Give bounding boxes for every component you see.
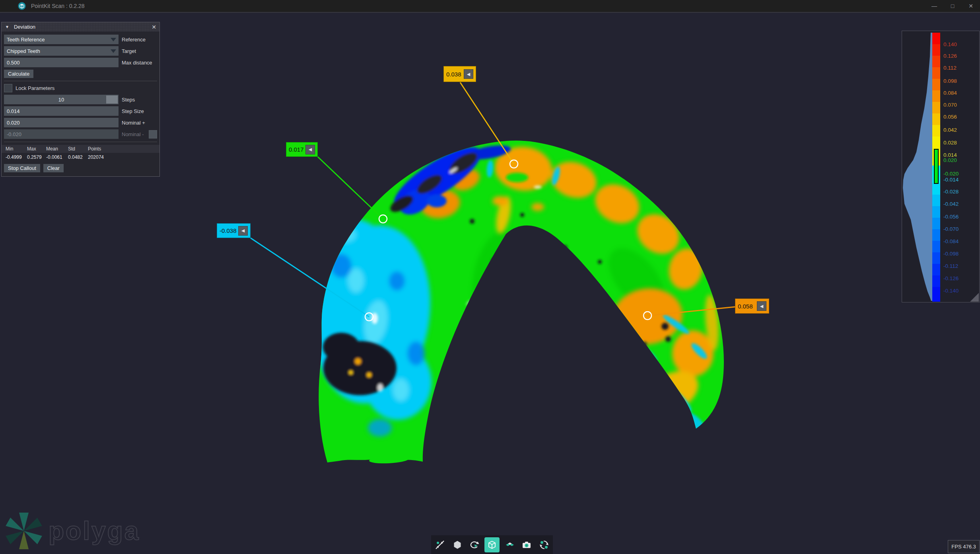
- stats-value-mean: -0.0061: [46, 154, 68, 160]
- stats-header-mean: Mean: [46, 146, 68, 152]
- colorbar-segment: [932, 229, 940, 241]
- colorbar-segment: [932, 56, 940, 67]
- colorbar-label: -0.070: [943, 226, 959, 232]
- stats-header-std: Std: [68, 146, 88, 152]
- pick-disabled-button[interactable]: [432, 537, 447, 552]
- resize-handle[interactable]: [970, 293, 979, 302]
- stats-header-min: Min: [6, 146, 27, 152]
- titlebar: PointKit Scan : 0.2.28 — □ ✕: [0, 0, 980, 13]
- polyga-watermark: polyga: [6, 510, 140, 552]
- reference-value: Teeth Reference: [7, 37, 45, 43]
- lock-parameters-checkbox[interactable]: [4, 84, 12, 92]
- orbit-rotate-button[interactable]: [467, 537, 482, 552]
- flat-view-button[interactable]: [502, 537, 517, 552]
- callout-collapse-button[interactable]: ◀: [238, 226, 248, 236]
- calculate-button[interactable]: Calculate: [4, 70, 33, 78]
- nominal-minus-label: Nominal -: [122, 131, 144, 137]
- colorbar-label: 0.140: [943, 41, 957, 47]
- deviation-panel-header[interactable]: ▼ Deviation ✕: [2, 22, 159, 31]
- colorbar-label: -0.126: [943, 275, 959, 281]
- hexagon-mesh-button[interactable]: [450, 537, 465, 552]
- slider-handle[interactable]: [106, 96, 118, 103]
- colorbar-segment: [932, 67, 940, 79]
- pick-disabled-icon: [435, 540, 445, 550]
- colorbar-label: -0.020: [943, 171, 959, 177]
- target-dropdown[interactable]: Chipped Teeth: [4, 46, 119, 56]
- colorbar-segment: [932, 264, 940, 275]
- deviation-panel: ▼ Deviation ✕ Teeth Reference Reference …: [1, 22, 160, 177]
- colorbar-label: -0.140: [943, 288, 959, 294]
- nominal-minus-checkbox[interactable]: [149, 130, 157, 138]
- reference-dropdown[interactable]: Teeth Reference: [4, 35, 119, 44]
- nominal-plus-label: Nominal +: [122, 120, 145, 126]
- colorbar-segment: [932, 183, 940, 195]
- steps-slider[interactable]: 10: [4, 95, 119, 104]
- nominal-minus-input: -0.020: [4, 129, 119, 139]
- colorbar-segment: [932, 195, 940, 206]
- screenshot-button[interactable]: [519, 537, 534, 552]
- view-toolbar: [431, 535, 553, 554]
- lock-parameters-label: Lock Parameters: [16, 85, 54, 91]
- callout-label[interactable]: 0.058◀: [735, 298, 769, 314]
- colorbar-label: 0.056: [943, 114, 957, 120]
- colorbar-segment: [932, 275, 940, 287]
- polyga-logo-icon: [6, 510, 42, 552]
- stats-header-row: Min Max Mean Std Points: [2, 145, 159, 153]
- callout-collapse-button[interactable]: ◀: [464, 69, 473, 79]
- callout-value: 0.017: [289, 146, 304, 153]
- colorbar-segment: [932, 125, 940, 137]
- colorbar-segment: [932, 79, 940, 90]
- deviation-colorbar-panel: 0.1400.1260.1120.0980.0840.0700.0560.042…: [902, 31, 980, 302]
- callout-collapse-button[interactable]: ◀: [305, 145, 315, 154]
- colorbar-label: -0.098: [943, 251, 959, 257]
- minimize-button[interactable]: —: [925, 0, 943, 12]
- stats-value-std: 0.0482: [68, 154, 88, 160]
- screenshot-camera-icon: [521, 540, 532, 550]
- pointkit-scan-window: { "window": { "title": "PointKit Scan : …: [0, 0, 980, 554]
- callout-label[interactable]: -0.038◀: [217, 223, 251, 238]
- maximize-button[interactable]: □: [943, 0, 962, 12]
- stats-value-max: 0.2579: [27, 154, 46, 160]
- colorbar-segment: [932, 137, 940, 148]
- colorbar-label: 0.070: [943, 102, 957, 108]
- close-button[interactable]: ✕: [962, 0, 980, 12]
- nominal-plus-input[interactable]: 0.020: [4, 118, 119, 127]
- stats-header-max: Max: [27, 146, 46, 152]
- colorbar-label: 0.126: [943, 53, 957, 59]
- callout-label[interactable]: 0.017◀: [286, 142, 318, 157]
- colorbar-label: 0.028: [943, 140, 957, 146]
- hexagon-mesh-icon: [452, 540, 463, 550]
- colorbar-label: -0.084: [943, 238, 959, 244]
- panel-close-icon[interactable]: ✕: [152, 24, 156, 30]
- chevron-down-icon: [111, 49, 116, 53]
- colorbar-label: -0.112: [943, 263, 958, 269]
- step-size-input[interactable]: 0.014: [4, 106, 119, 116]
- colorbar-label: -0.014: [943, 177, 959, 183]
- sync-views-icon: [539, 540, 549, 550]
- max-distance-input[interactable]: 0.500: [4, 58, 119, 67]
- collapse-icon[interactable]: ▼: [5, 25, 9, 29]
- colorbar-segment: [932, 206, 940, 218]
- sync-views-button[interactable]: [537, 537, 552, 552]
- callout-collapse-button[interactable]: ◀: [757, 301, 766, 311]
- view-cube-button[interactable]: [484, 537, 500, 552]
- clear-button[interactable]: Clear: [43, 164, 64, 172]
- target-label: Target: [122, 48, 136, 54]
- colorbar-segment: [932, 44, 940, 56]
- panel-title: Deviation: [14, 24, 35, 30]
- deviation-histogram: [902, 33, 932, 302]
- reference-label: Reference: [122, 37, 146, 43]
- nominal-range-band[interactable]: [934, 149, 939, 184]
- chevron-down-icon: [111, 38, 116, 41]
- stats-value-points: 202074: [88, 154, 159, 160]
- stats-header-points: Points: [88, 146, 159, 152]
- divider: [4, 142, 157, 142]
- colorbar-label: -0.056: [943, 214, 959, 220]
- callout-label[interactable]: 0.038◀: [443, 66, 476, 82]
- colorbar-segment: [932, 113, 940, 125]
- step-size-label: Step Size: [122, 108, 144, 114]
- stop-callout-button[interactable]: Stop Callout: [4, 164, 40, 172]
- callout-value: -0.038: [220, 227, 237, 234]
- colorbar-label: 0.098: [943, 78, 957, 84]
- callout-value: 0.038: [446, 71, 461, 78]
